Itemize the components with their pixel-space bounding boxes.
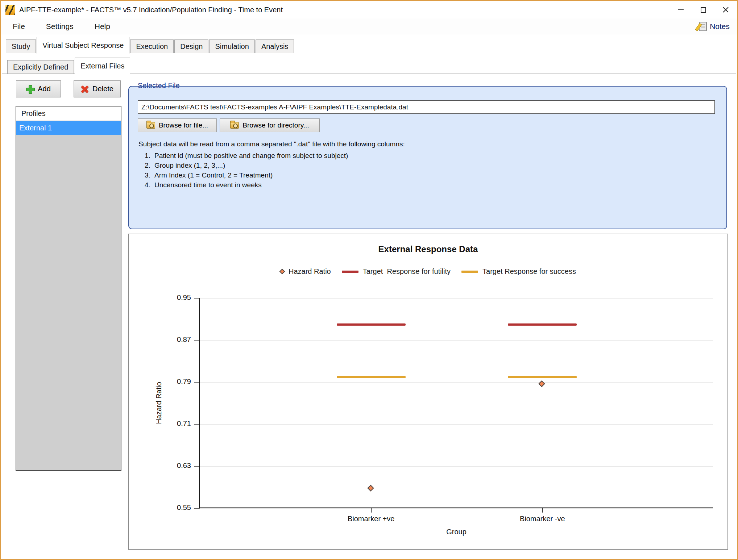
x-tick-mark: [371, 508, 372, 513]
profiles-list: Profiles External 1: [16, 106, 121, 471]
file-path-input[interactable]: [138, 100, 715, 114]
app-icon: [5, 5, 15, 15]
browse-for-directory-button[interactable]: Browse for directory...: [220, 118, 320, 132]
y-tick-label: 0.95: [166, 293, 191, 302]
chart-title: External Response Data: [129, 244, 727, 254]
legend-item: Target Response for futility: [342, 267, 451, 276]
selected-file-group-label: Selected File: [136, 82, 182, 90]
main-tab-strip: Study Virtual Subject Response Execution…: [6, 37, 294, 53]
y-tick-mark: [194, 298, 200, 298]
gridline: [200, 466, 713, 467]
x-tick-mark: [542, 508, 543, 513]
tab-explicitly-defined[interactable]: Explicitly Defined: [7, 60, 74, 74]
y-tick-mark: [194, 466, 200, 467]
folder-search-icon: [230, 122, 239, 129]
gridline: [200, 298, 713, 298]
notes-label: Notes: [710, 22, 730, 31]
close-button[interactable]: [714, 1, 737, 18]
gridline: [200, 340, 713, 340]
legend-line-icon: [342, 271, 358, 273]
tab-execution[interactable]: Execution: [130, 39, 174, 53]
file-column-item: Uncensored time to event in weeks: [152, 180, 348, 190]
tab-simulation[interactable]: Simulation: [209, 39, 254, 53]
folder-search-icon: [146, 122, 155, 129]
delete-button[interactable]: Delete: [74, 80, 121, 97]
profiles-list-header: Profiles: [16, 106, 121, 121]
legend-item: Hazard Ratio: [280, 267, 331, 276]
add-button[interactable]: Add: [16, 80, 61, 97]
y-tick-label: 0.63: [166, 461, 191, 470]
menu-help[interactable]: Help: [92, 21, 112, 32]
tab-design[interactable]: Design: [174, 39, 208, 53]
legend-label: Target Response for futility: [363, 267, 451, 276]
plot-area: Hazard Ratio Group 0.950.870.790.710.630…: [199, 298, 713, 508]
browse-file-label: Browse for file...: [159, 121, 208, 129]
y-tick-mark: [194, 508, 200, 509]
legend-line-icon: [461, 271, 478, 273]
title-bar: AIPF-TTE-example* - FACTS™ v5.7 Indicati…: [1, 1, 737, 18]
file-column-item: Arm Index (1 = Control, 2 = Treatment): [152, 171, 348, 180]
target-response-segment: [337, 376, 406, 378]
gridline: [200, 424, 713, 425]
x-category-label: Biomarker +ve: [317, 515, 426, 523]
y-tick-label: 0.79: [166, 377, 191, 386]
menu-settings[interactable]: Settings: [44, 21, 76, 32]
y-tick-label: 0.87: [166, 335, 191, 344]
add-button-label: Add: [38, 85, 51, 93]
maximize-icon: [701, 7, 706, 13]
file-column-item: Group index (1, 2, 3,...): [152, 161, 348, 170]
chart-legend: Hazard RatioTarget Response for futility…: [129, 267, 727, 276]
selected-file-group: Selected File Browse for file... Browse …: [128, 86, 727, 229]
add-plus-icon: [26, 85, 34, 93]
external-files-page: Add Delete Profiles External 1 Selected …: [2, 74, 736, 558]
browse-dir-label: Browse for directory...: [242, 121, 309, 129]
legend-label: Hazard Ratio: [289, 267, 331, 276]
y-tick-label: 0.55: [166, 503, 191, 512]
tab-virtual-subject-response[interactable]: Virtual Subject Response: [37, 37, 129, 54]
notes-button[interactable]: Notes: [699, 22, 730, 31]
legend-diamond-icon: [279, 269, 285, 275]
hazard-ratio-point: [539, 380, 545, 387]
window-controls: [669, 1, 737, 18]
browse-for-file-button[interactable]: Browse for file...: [138, 118, 217, 132]
y-tick-label: 0.71: [166, 419, 191, 428]
notes-icon: [699, 22, 707, 31]
legend-item: Target Response for success: [461, 267, 576, 276]
maximize-button[interactable]: [692, 1, 714, 18]
menu-file[interactable]: File: [11, 21, 27, 32]
target-response-segment: [508, 323, 577, 326]
minimize-button[interactable]: [669, 1, 692, 18]
y-tick-mark: [194, 424, 200, 425]
sub-tab-strip: Explicitly Defined External Files: [7, 57, 130, 74]
delete-x-icon: [81, 85, 89, 93]
tab-external-files[interactable]: External Files: [75, 58, 130, 74]
target-response-segment: [508, 376, 577, 378]
chart-panel: External Response Data Hazard RatioTarge…: [128, 234, 728, 550]
y-tick-mark: [194, 382, 200, 383]
legend-label: Target Response for success: [482, 267, 576, 276]
menu-bar: File Settings Help Notes: [1, 18, 737, 34]
file-column-item: Patient id (must be positive and change …: [152, 151, 348, 160]
close-icon: [722, 7, 729, 13]
minimize-icon: [678, 9, 684, 10]
window-title: AIPF-TTE-example* - FACTS™ v5.7 Indicati…: [19, 6, 283, 14]
delete-button-label: Delete: [92, 85, 113, 93]
x-axis-title: Group: [200, 528, 713, 536]
gridline: [200, 508, 713, 509]
hazard-ratio-point: [367, 485, 374, 492]
y-tick-mark: [194, 340, 200, 340]
y-axis-title: Hazard Ratio: [153, 298, 164, 507]
x-category-label: Biomarker -ve: [488, 515, 597, 523]
app-window: { "window": { "title": "AIPF-TTE-example…: [0, 0, 738, 560]
profile-item-external-1[interactable]: External 1: [16, 121, 121, 135]
gridline: [200, 382, 713, 383]
target-response-segment: [337, 323, 406, 326]
tab-study[interactable]: Study: [6, 39, 36, 53]
tab-analysis[interactable]: Analysis: [256, 39, 294, 53]
file-column-list: Patient id (must be positive and change …: [152, 151, 348, 190]
file-format-description: Subject data will be read from a comma s…: [138, 140, 405, 148]
